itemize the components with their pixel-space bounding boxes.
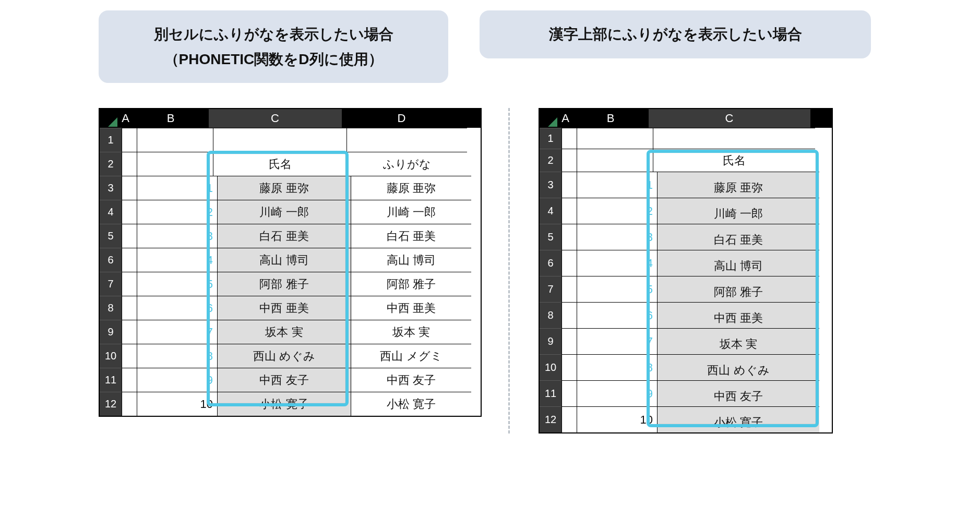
cell-name[interactable]: 西山 めぐみ — [657, 354, 819, 380]
cell-name[interactable]: 川崎 一郎 — [657, 198, 819, 224]
cell-index[interactable]: 3 — [137, 224, 217, 248]
cell-index[interactable]: 4 — [137, 248, 217, 272]
cell[interactable] — [122, 392, 137, 416]
cell[interactable] — [122, 368, 137, 392]
select-all-triangle[interactable] — [100, 109, 118, 128]
cell[interactable] — [561, 276, 577, 302]
cell[interactable] — [122, 224, 137, 248]
cell-name[interactable]: 高山 博司 — [217, 248, 351, 272]
col-header-D[interactable]: D — [342, 109, 462, 128]
cell-index[interactable]: 5 — [577, 276, 657, 302]
cell-name[interactable]: 阿部 雅子 — [657, 276, 819, 302]
cell-name[interactable]: 白石 亜美 — [217, 224, 351, 248]
cell-name[interactable]: 中西 友子 — [657, 380, 819, 406]
cell[interactable] — [213, 128, 346, 152]
row-header[interactable]: 8 — [100, 296, 122, 320]
cell-name[interactable]: 小松 寛子 — [217, 392, 351, 416]
cell-index[interactable]: 5 — [137, 272, 217, 296]
row-header[interactable]: 11 — [540, 380, 561, 406]
cell-header-name[interactable]: 氏名 — [213, 152, 346, 176]
row-header[interactable]: 12 — [540, 406, 561, 432]
cell[interactable] — [561, 149, 577, 172]
cell-furigana[interactable]: 白石 亜美 — [351, 224, 471, 248]
cell[interactable] — [122, 296, 137, 320]
row-header[interactable]: 4 — [540, 198, 561, 224]
row-header[interactable]: 1 — [100, 128, 122, 152]
cell-furigana[interactable]: 坂本 実 — [351, 320, 471, 344]
cell-name[interactable]: 中西 亜美 — [657, 302, 819, 328]
col-header-A[interactable]: A — [118, 109, 133, 128]
cell[interactable] — [122, 248, 137, 272]
cell-furigana[interactable]: 藤原 亜弥 — [351, 176, 471, 200]
cell[interactable] — [577, 149, 653, 172]
cell-index[interactable]: 8 — [577, 354, 657, 380]
cell-index[interactable]: 6 — [137, 296, 217, 320]
cell-index[interactable]: 7 — [137, 320, 217, 344]
cell-furigana[interactable]: 阿部 雅子 — [351, 272, 471, 296]
row-header[interactable]: 9 — [540, 328, 561, 354]
cell-index[interactable]: 3 — [577, 224, 657, 250]
cell[interactable] — [561, 354, 577, 380]
cell-index[interactable]: 2 — [577, 198, 657, 224]
cell-name[interactable]: 西山 めぐみ — [217, 344, 351, 368]
cell-name[interactable]: 小松 寛子 — [657, 406, 819, 432]
cell[interactable] — [122, 176, 137, 200]
cell-index[interactable]: 9 — [137, 368, 217, 392]
row-header[interactable]: 6 — [540, 250, 561, 276]
row-header[interactable]: 9 — [100, 320, 122, 344]
row-header[interactable]: 2 — [540, 149, 561, 172]
cell[interactable] — [561, 302, 577, 328]
cell-index[interactable]: 6 — [577, 302, 657, 328]
cell-name[interactable]: 中西 友子 — [217, 368, 351, 392]
cell-name[interactable]: 高山 博司 — [657, 250, 819, 276]
cell[interactable] — [346, 128, 467, 152]
col-header-A[interactable]: A — [558, 109, 573, 128]
cell[interactable] — [122, 152, 137, 176]
row-header[interactable]: 12 — [100, 392, 122, 416]
cell[interactable] — [122, 344, 137, 368]
col-header-B[interactable]: B — [573, 109, 649, 128]
cell[interactable] — [122, 200, 137, 224]
spreadsheet-right[interactable]: A B C 1 2 氏名 3 — [539, 108, 833, 433]
cell[interactable] — [122, 128, 137, 152]
cell[interactable] — [561, 250, 577, 276]
cell[interactable] — [561, 380, 577, 406]
row-header[interactable]: 5 — [540, 224, 561, 250]
cell-index[interactable]: 8 — [137, 344, 217, 368]
col-header-C[interactable]: C — [209, 109, 342, 128]
spreadsheet-left[interactable]: A B C D 1 2 氏名 — [99, 108, 482, 417]
row-header[interactable]: 2 — [100, 152, 122, 176]
cell[interactable] — [561, 128, 577, 149]
cell[interactable] — [561, 406, 577, 432]
cell-index[interactable]: 9 — [577, 380, 657, 406]
cell-index[interactable]: 1 — [137, 176, 217, 200]
cell[interactable] — [561, 172, 577, 198]
cell-index[interactable]: 10 — [577, 406, 657, 432]
cell-name[interactable]: 阿部 雅子 — [217, 272, 351, 296]
cell-name[interactable]: 川崎 一郎 — [217, 200, 351, 224]
cell[interactable] — [561, 224, 577, 250]
row-header[interactable]: 4 — [100, 200, 122, 224]
cell-name[interactable]: 中西 亜美 — [217, 296, 351, 320]
row-header[interactable]: 7 — [540, 276, 561, 302]
cell-index[interactable]: 1 — [577, 172, 657, 198]
cell-furigana[interactable]: 高山 博司 — [351, 248, 471, 272]
cell[interactable] — [653, 128, 815, 149]
cell[interactable] — [137, 152, 213, 176]
cell-index[interactable]: 4 — [577, 250, 657, 276]
cell-furigana[interactable]: 西山 メグミ — [351, 344, 471, 368]
cell-furigana[interactable]: 小松 寛子 — [351, 392, 471, 416]
cell-furigana[interactable]: 川崎 一郎 — [351, 200, 471, 224]
row-header[interactable]: 6 — [100, 248, 122, 272]
col-header-B[interactable]: B — [133, 109, 209, 128]
cell-furigana[interactable]: 中西 亜美 — [351, 296, 471, 320]
row-header[interactable]: 3 — [540, 172, 561, 198]
row-header[interactable]: 3 — [100, 176, 122, 200]
row-header[interactable]: 11 — [100, 368, 122, 392]
cell[interactable] — [137, 128, 213, 152]
row-header[interactable]: 5 — [100, 224, 122, 248]
cell[interactable] — [122, 272, 137, 296]
cell-index[interactable]: 10 — [137, 392, 217, 416]
col-header-C[interactable]: C — [649, 109, 810, 128]
cell-header-name[interactable]: 氏名 — [653, 149, 815, 172]
